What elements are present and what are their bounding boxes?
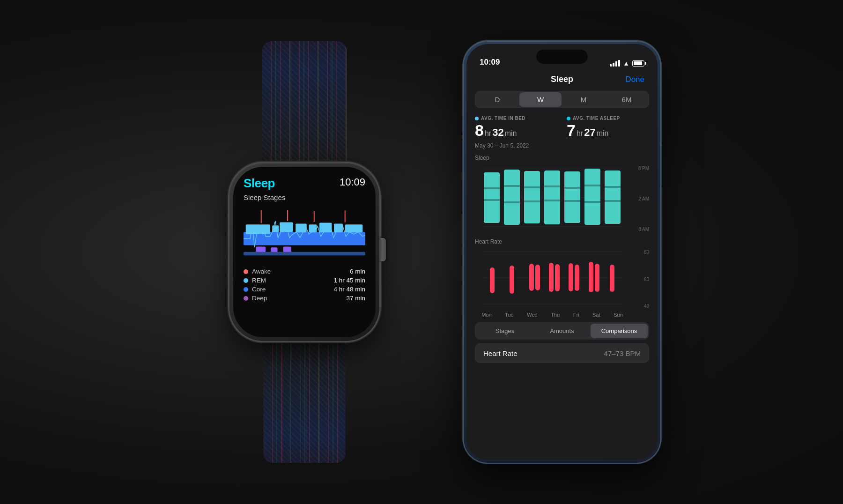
svg-rect-27 — [504, 201, 520, 203]
time-asleep-label-text: AVG. TIME ASLEEP — [573, 116, 620, 121]
tab-stages[interactable]: Stages — [476, 324, 533, 338]
sleep-y-label-1: 8 PM — [638, 166, 649, 171]
app-content: Sleep Done D W M 6M — [466, 70, 658, 460]
svg-rect-33 — [544, 200, 560, 201]
svg-rect-31 — [544, 170, 560, 224]
scene: Sleep 10:09 Sleep Stages — [183, 41, 660, 463]
watch-subtitle: Sleep Stages — [244, 193, 365, 201]
svg-rect-37 — [584, 169, 600, 225]
svg-rect-35 — [564, 187, 580, 189]
legend-row-rem: REM 1 hr 45 min — [244, 277, 365, 284]
watch-legend: Awake 6 min REM 1 hr 45 min — [244, 268, 365, 302]
svg-rect-36 — [564, 200, 580, 202]
awake-value: 6 min — [350, 268, 365, 275]
watch-header: Sleep 10:09 — [244, 176, 365, 191]
watch-band-top — [262, 41, 347, 172]
day-label-sat: Sat — [592, 312, 600, 318]
sleep-y-label-3: 8 AM — [638, 227, 649, 232]
heart-rate-chart-main — [475, 248, 629, 311]
svg-rect-17 — [244, 252, 365, 256]
period-btn-d[interactable]: D — [476, 92, 518, 107]
time-asleep-stat: AVG. TIME ASLEEP 7 hr 27 min — [567, 116, 649, 139]
signal-bar-3 — [615, 61, 617, 67]
svg-rect-57 — [610, 265, 614, 292]
phone-frame: 10:09 ▲ — [464, 41, 660, 463]
period-btn-w[interactable]: W — [519, 92, 562, 107]
heart-rate-chart-label: Heart Rate — [475, 238, 649, 245]
power-button — [660, 144, 662, 186]
awake-label: Awake — [252, 268, 271, 275]
svg-rect-48 — [510, 266, 514, 294]
svg-rect-42 — [605, 200, 621, 202]
time-in-bed-hr-unit: hr — [485, 129, 491, 138]
status-time: 10:09 — [480, 58, 500, 67]
svg-rect-6 — [246, 224, 270, 234]
date-range: May 30 – Jun 5, 2022 — [466, 142, 658, 149]
battery-fill — [634, 61, 643, 65]
heart-rate-y-axis: 80 60 40 — [629, 248, 649, 311]
signal-bar-4 — [618, 60, 620, 67]
svg-rect-22 — [484, 172, 500, 223]
time-in-bed-minutes: 32 — [492, 126, 503, 139]
day-label-mon: Mon — [481, 312, 491, 318]
legend-row-deep: Deep 37 min — [244, 295, 365, 302]
tab-amounts[interactable]: Amounts — [533, 324, 591, 338]
svg-rect-24 — [484, 199, 500, 201]
svg-rect-38 — [584, 185, 600, 186]
sleep-y-axis: 8 PM 2 AM 8 AM — [629, 164, 649, 234]
deep-value: 37 min — [346, 295, 365, 302]
heart-rate-chart-wrapper: 80 60 40 — [475, 248, 649, 311]
svg-rect-52 — [555, 264, 560, 291]
time-asleep-minutes: 27 — [584, 126, 595, 139]
time-in-bed-hours: 8 — [475, 122, 484, 138]
svg-rect-50 — [535, 265, 540, 290]
rem-value: 1 hr 45 min — [333, 277, 365, 284]
done-button[interactable]: Done — [625, 75, 644, 84]
core-value: 4 hr 48 min — [333, 286, 365, 293]
signal-bar-1 — [610, 64, 612, 67]
deep-dot — [244, 296, 248, 301]
time-asleep-min-unit: min — [597, 129, 609, 138]
legend-row-core: Core 4 hr 48 min — [244, 286, 365, 293]
svg-rect-41 — [605, 186, 621, 188]
period-selector: D W M 6M — [475, 91, 649, 108]
watch-band-bottom — [264, 332, 346, 463]
svg-rect-32 — [544, 185, 560, 187]
sleep-chart-main — [475, 164, 629, 234]
svg-rect-53 — [569, 263, 573, 291]
day-label-thu: Thu — [551, 312, 560, 318]
time-in-bed-dot — [475, 117, 479, 120]
heart-rate-chart-section: Heart Rate — [466, 238, 658, 318]
day-label-fri: Fri — [573, 312, 579, 318]
core-dot — [244, 287, 248, 292]
time-in-bed-min-unit: min — [505, 129, 517, 138]
svg-rect-55 — [589, 262, 593, 292]
bottom-tabs: Stages Amounts Comparisons — [475, 322, 649, 340]
app-header: Sleep Done — [466, 70, 658, 91]
watch-container: Sleep 10:09 Sleep Stages — [183, 41, 426, 463]
day-labels: Mon Tue Wed Thu Fri Sat Sun — [475, 312, 629, 318]
phone-screen: 10:09 ▲ — [466, 44, 658, 460]
watch-screen: Sleep 10:09 Sleep Stages — [233, 167, 376, 337]
time-asleep-hr-unit: hr — [577, 129, 583, 138]
legend-row-awake: Awake 6 min — [244, 268, 365, 275]
svg-rect-49 — [529, 264, 534, 291]
watch-time: 10:09 — [340, 176, 365, 188]
tab-comparisons[interactable]: Comparisons — [591, 324, 648, 338]
time-in-bed-stat: AVG. TIME IN BED 8 hr 32 min — [475, 116, 557, 139]
svg-rect-39 — [584, 201, 600, 203]
svg-rect-25 — [504, 170, 520, 225]
day-label-tue: Tue — [505, 312, 514, 318]
svg-rect-47 — [490, 267, 495, 293]
sleep-y-label-2: 2 AM — [638, 196, 649, 201]
core-label: Core — [252, 286, 266, 293]
phone-container: 10:09 ▲ — [464, 41, 660, 463]
svg-rect-51 — [549, 263, 554, 292]
svg-rect-34 — [564, 171, 580, 223]
period-btn-m[interactable]: M — [562, 92, 605, 107]
watch-crown — [379, 238, 386, 261]
svg-rect-9 — [296, 223, 307, 232]
period-btn-6m[interactable]: 6M — [606, 92, 648, 107]
wifi-icon: ▲ — [623, 59, 629, 67]
dynamic-island — [536, 50, 588, 64]
